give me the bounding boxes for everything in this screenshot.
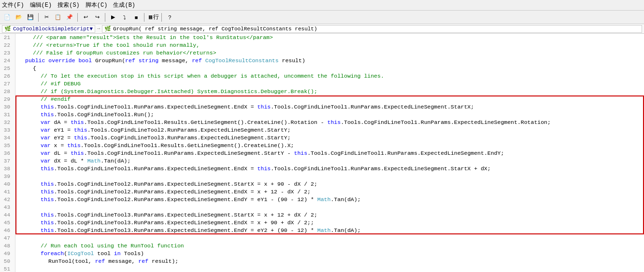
code-text: this.Tools.CogFindLineTool2.RunParams.Ex…	[41, 180, 317, 188]
code-line: /// <param name="result">Sets the Result…	[17, 34, 642, 41]
paste-button[interactable]: 📌	[64, 12, 75, 23]
toolbar: 📄 📂 💾 ✂ 📋 📌 ↩ ↪ ▶ ⤵ ■ ▦ 行 ?	[0, 11, 644, 24]
code-text: {	[33, 65, 36, 72]
script-name-dropdown[interactable]: 🌿 CogToolBlockSimpleScript ▼	[2, 25, 95, 33]
toolbar-sep-3	[105, 13, 105, 22]
code-line: var dA = this.Tools.CogFindLineTool1.Res…	[17, 119, 642, 126]
code-line: // if (System.Diagnostics.Debugger.IsAtt…	[17, 88, 642, 95]
undo-button[interactable]: ↩	[80, 12, 91, 23]
line-number: 22	[0, 41, 13, 49]
line-number: 34	[0, 134, 13, 142]
code-line: var dL = this.Tools.CogFindLineTool1.Run…	[17, 150, 642, 157]
line-numbers: 2122232425262728293031323334353637383940…	[0, 34, 15, 272]
line-number: 21	[0, 34, 13, 41]
code-text: var x = this.Tools.CogFindLineTool1.Resu…	[41, 142, 294, 150]
code-text: /// <returns>True if the tool should run…	[33, 41, 200, 49]
line-number: 30	[0, 103, 13, 111]
code-text: RunTool(tool, ref message, ref result);	[48, 258, 178, 265]
code-line: this.Tools.CogFindLineTool2.RunParams.Ex…	[17, 188, 642, 196]
menu-script[interactable]: 脚本(C)	[86, 1, 108, 9]
line-number: 44	[0, 211, 13, 219]
code-line: this.Tools.CogFindLineTool1.RunParams.Ex…	[17, 103, 642, 111]
line-number: 49	[0, 250, 13, 258]
line-number: 35	[0, 142, 13, 150]
code-line: {	[17, 65, 642, 72]
save-button[interactable]: 💾	[25, 12, 36, 23]
code-text: /// False if GroupRun customizes run beh…	[33, 49, 216, 57]
code-line: this.Tools.CogFindLineTool2.RunParams.Ex…	[17, 196, 642, 204]
menu-build[interactable]: 生成(B)	[113, 1, 135, 9]
code-text: // Run each tool using the RunTool funct…	[41, 242, 184, 250]
cut-button[interactable]: ✂	[41, 12, 52, 23]
line-number: 25	[0, 65, 13, 72]
line-number: 50	[0, 258, 13, 265]
line-number: 33	[0, 126, 13, 134]
line-number: 39	[0, 173, 13, 180]
method-icon: 🌿	[104, 26, 111, 32]
code-line: this.Tools.CogFindLineTool3.RunParams.Ex…	[17, 211, 642, 219]
nav-bar: 🌿 CogToolBlockSimpleScript ▼ → 🌿 GroupRu…	[0, 24, 644, 34]
line-number: 42	[0, 196, 13, 204]
code-text: this.Tools.CogFindLineTool2.RunParams.Ex…	[41, 196, 361, 204]
code-line: this.Tools.CogFindLineTool3.RunParams.Ex…	[17, 219, 642, 227]
nav-arrow-icon: →	[97, 26, 100, 31]
code-text: this.Tools.CogFindLineTool3.RunParams.Ex…	[41, 211, 317, 219]
line-number: 36	[0, 150, 13, 157]
code-line: this.Tools.CogFindLineTool1.RunParams.Ex…	[17, 165, 642, 173]
dropdown-arrow: ▼	[89, 26, 93, 32]
line-number: 46	[0, 227, 13, 234]
help-button[interactable]: ?	[164, 12, 175, 23]
script-name-text: CogToolBlockSimpleScript	[13, 26, 89, 32]
code-text: this.Tools.CogFindLineTool3.RunParams.Ex…	[41, 219, 314, 227]
code-text: this.Tools.CogFindLineTool3.RunParams.Ex…	[41, 227, 361, 234]
line-number: 40	[0, 180, 13, 188]
method-dropdown[interactable]: 🌿 GroupRun( ref string message, ref CogT…	[102, 25, 642, 33]
new-file-button[interactable]: 📄	[2, 12, 13, 23]
line-number: 27	[0, 80, 13, 88]
code-wrapper: /// <param name="result">Sets the Result…	[15, 34, 644, 272]
code-line: this.Tools.CogFindLineTool1.Run();	[17, 111, 642, 119]
code-content: /// <param name="result">Sets the Result…	[15, 34, 644, 272]
toolbar-sep-2	[77, 13, 78, 22]
line-number: 26	[0, 72, 13, 80]
code-text: // if (System.Diagnostics.Debugger.IsAtt…	[41, 88, 317, 95]
debug-button[interactable]: ▶	[108, 12, 118, 23]
line-number: 24	[0, 57, 13, 65]
menu-file[interactable]: 文件(F)	[2, 1, 24, 9]
code-line	[17, 234, 642, 242]
code-line: var eY1 = this.Tools.CogFindLineTool2.Ru…	[17, 126, 642, 134]
redo-button[interactable]: ↪	[92, 12, 102, 23]
line-number: 37	[0, 157, 13, 165]
line-number: 51	[0, 265, 13, 272]
code-line: RunTool(tool, ref message, ref result);	[17, 258, 642, 265]
script-name-icon: 🌿	[4, 26, 11, 32]
code-line: public override bool GroupRun(ref string…	[17, 57, 642, 65]
line-number: 45	[0, 219, 13, 227]
code-text	[17, 173, 21, 180]
menu-edit[interactable]: 编辑(E)	[30, 1, 52, 9]
code-line	[17, 265, 642, 272]
code-line: this.Tools.CogFindLineTool2.RunParams.Ex…	[17, 180, 642, 188]
line-number: 38	[0, 165, 13, 173]
menu-search[interactable]: 搜索(S)	[57, 1, 80, 9]
toolbar-sep-5	[161, 13, 162, 22]
menu-bar: 文件(F) 编辑(E) 搜索(S) 脚本(C) 生成(B)	[0, 0, 644, 11]
line-number: 29	[0, 95, 13, 103]
line-number: 48	[0, 242, 13, 250]
line-number: 47	[0, 234, 13, 242]
code-line	[17, 173, 642, 180]
code-line: // To let the execution stop in this scr…	[17, 72, 642, 80]
code-line: var eY2 = this.Tools.CogFindLineTool3.Ru…	[17, 134, 642, 142]
code-line: // #if DEBUG	[17, 80, 642, 88]
code-text: this.Tools.CogFindLineTool1.Run();	[41, 111, 154, 119]
open-button[interactable]: 📂	[14, 12, 24, 23]
code-text	[17, 265, 21, 272]
line-number: 43	[0, 204, 13, 211]
code-text: foreach(ICogTool tool in Tools)	[41, 250, 144, 258]
stop-button[interactable]: ■	[131, 12, 142, 23]
code-line	[17, 204, 642, 211]
copy-button[interactable]: 📋	[53, 12, 63, 23]
step-button[interactable]: ⤵	[119, 12, 130, 23]
code-line: foreach(ICogTool tool in Tools)	[17, 250, 642, 258]
code-text: // #endif	[41, 95, 71, 103]
